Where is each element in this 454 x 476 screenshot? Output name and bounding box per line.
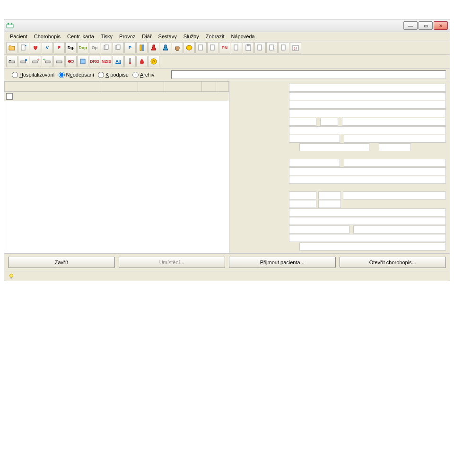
menu-sluzby[interactable]: Služby — [181, 33, 202, 40]
tbtn-cal-icon[interactable]: 14 — [290, 42, 301, 53]
button-row: Zavřít Umístění... Přijmout pacienta... … — [4, 253, 450, 271]
tbtn-lab-icon[interactable] — [136, 42, 148, 53]
app-icon — [6, 22, 14, 29]
menu-pacient[interactable]: Pacient — [7, 33, 30, 40]
tbtn-doc7-icon[interactable] — [266, 42, 278, 53]
minimize-button[interactable]: — — [403, 21, 418, 30]
filter-extra-input[interactable] — [171, 70, 446, 79]
filter-opt-neodepsani[interactable]: Neodepsaní — [59, 72, 94, 78]
svg-rect-17 — [270, 45, 273, 50]
tbtn-nzis[interactable]: NZIS — [101, 56, 112, 67]
val-delka — [289, 217, 446, 225]
tbtn-docs1-icon[interactable] — [101, 42, 112, 53]
tbtn-a4[interactable]: A4 — [113, 56, 124, 67]
tbtn-p1[interactable]: P — [124, 42, 136, 53]
col-umisteni[interactable] — [100, 82, 138, 92]
menu-chorobopis[interactable]: Chorobopis — [31, 33, 63, 40]
tbtn-pcoin-icon[interactable]: P — [148, 56, 159, 67]
svg-rect-11 — [199, 45, 202, 50]
tbtn-drop-icon[interactable] — [136, 56, 148, 67]
tbtn-drg[interactable]: DRG — [89, 56, 100, 67]
filter-opt-hosp[interactable]: Hospitalizovaní — [12, 72, 55, 78]
menu-centr-karta[interactable]: Centr. karta — [64, 33, 97, 40]
svg-rect-25 — [33, 61, 37, 63]
tbtn-doc-star-icon[interactable] — [18, 42, 29, 53]
svg-rect-36 — [10, 277, 12, 279]
tbtn-doc5-icon[interactable] — [231, 42, 242, 53]
grid-foot — [4, 92, 229, 101]
tbtn-docs2-icon[interactable] — [113, 42, 124, 53]
menu-diar[interactable]: Diář — [139, 33, 154, 40]
svg-rect-15 — [247, 44, 249, 46]
svg-rect-31 — [130, 59, 131, 63]
tbtn-bed-in-icon[interactable] — [42, 56, 53, 67]
tbtn-coin-icon[interactable] — [183, 42, 195, 53]
tbtn-doc3-icon[interactable] — [195, 42, 207, 53]
tbtn-bed1-icon[interactable] — [6, 56, 17, 67]
menu-napoveda[interactable]: Nápověda — [228, 33, 257, 40]
svg-rect-26 — [45, 61, 50, 63]
umisteni-button[interactable]: Umístění... — [119, 257, 226, 268]
tbtn-e-icon[interactable]: E — [53, 42, 65, 53]
maximize-button[interactable]: ▭ — [419, 21, 433, 30]
tbtn-bed-info-icon[interactable] — [18, 56, 29, 67]
close-button[interactable]: Zavřít — [8, 257, 115, 268]
col-p[interactable] — [202, 82, 216, 92]
tbtn-v-icon[interactable]: V — [42, 42, 53, 53]
prijmout-button[interactable]: Přijmout pacienta... — [229, 257, 336, 268]
grid-header-row[interactable] — [5, 82, 229, 92]
svg-rect-8 — [140, 45, 141, 51]
tbtn-book-icon[interactable] — [77, 56, 88, 67]
filter-opt-kpodpisu[interactable]: K podpisu — [98, 72, 129, 78]
val-sdel — [299, 242, 446, 251]
tbtn-cup-icon[interactable] — [172, 42, 183, 53]
tbtn-dg[interactable]: Dg. — [65, 42, 77, 53]
svg-rect-13 — [234, 45, 238, 50]
val-dg — [289, 167, 446, 175]
tbtn-doc4-icon[interactable] — [207, 42, 218, 53]
svg-rect-28 — [68, 61, 71, 62]
tbtn-pills-icon[interactable] — [65, 56, 77, 67]
tbtn-thermo-icon[interactable] — [124, 56, 136, 67]
toolbar-row-1: V E Dg. Dop Op P PN 14 — [4, 41, 450, 55]
val-cp2 — [379, 143, 411, 151]
val-prijem-t — [318, 191, 341, 199]
tbtn-pn[interactable]: PN — [219, 42, 230, 53]
svg-point-10 — [186, 45, 192, 50]
tbtn-flask2-icon[interactable] — [160, 42, 171, 53]
figure-caption — [0, 291, 454, 306]
val-narozeni — [289, 118, 316, 126]
val-dieta — [289, 225, 349, 234]
col-extra — [216, 82, 228, 92]
tbtn-bed2-icon[interactable] — [53, 56, 65, 67]
tbtn-board-icon[interactable] — [243, 42, 254, 53]
tbtn-dop[interactable]: Dop — [77, 42, 88, 53]
col-drg[interactable] — [138, 82, 164, 92]
val-typpac — [344, 135, 446, 143]
menu-tisky[interactable]: Tisky — [98, 33, 115, 40]
menu-zobrazit[interactable]: Zobrazit — [203, 33, 227, 40]
tbtn-bed-out-icon[interactable] — [30, 56, 41, 67]
val-prijem-d — [289, 191, 316, 199]
tbtn-doc8-icon[interactable] — [278, 42, 289, 53]
menu-provoz[interactable]: Provoz — [116, 33, 138, 40]
col-prijmeni[interactable] — [5, 82, 100, 92]
svg-rect-27 — [56, 61, 62, 63]
statusbar — [4, 271, 450, 281]
tbtn-op[interactable]: Op — [89, 42, 100, 53]
filter-opt-archiv[interactable]: Archiv — [132, 72, 155, 78]
tbtn-doc6-icon[interactable] — [254, 42, 266, 53]
tbtn-flask1-icon[interactable] — [148, 42, 159, 53]
svg-rect-22 — [9, 60, 11, 61]
menubar: Pacient Chorobopis Centr. karta Tisky Pr… — [4, 32, 450, 41]
col-prijeti[interactable] — [164, 82, 201, 92]
tbtn-open-icon[interactable] — [6, 42, 17, 53]
menu-sestavy[interactable]: Sestavy — [156, 33, 180, 40]
svg-rect-12 — [210, 45, 214, 50]
close-window-button[interactable]: ✕ — [434, 21, 448, 30]
tbtn-heart-icon[interactable] — [30, 42, 41, 53]
val-prelozeni-t — [318, 200, 341, 208]
svg-rect-18 — [281, 45, 285, 50]
otevrit-button[interactable]: Otevřít chorobopis... — [340, 257, 446, 268]
grid-foot-icon[interactable] — [6, 93, 13, 100]
